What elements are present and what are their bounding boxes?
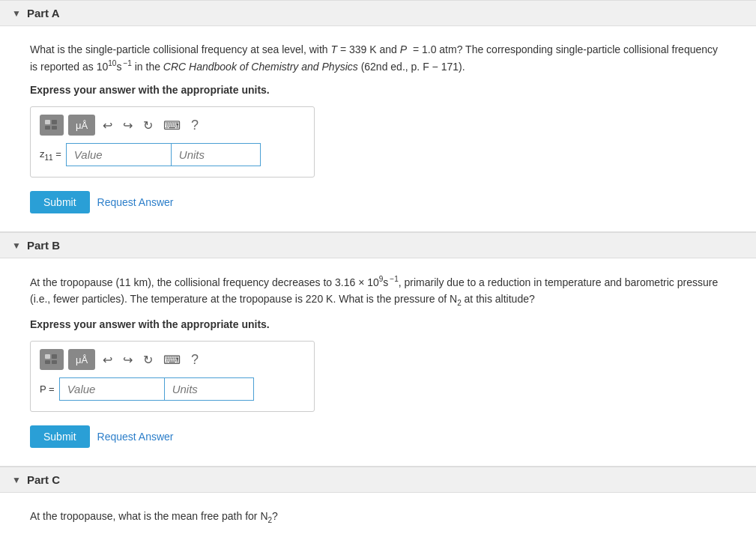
refresh-button-b[interactable]: ↻ (140, 351, 156, 368)
part-a-value-input[interactable] (66, 143, 171, 166)
help-button-b[interactable]: ? (188, 351, 202, 369)
part-b-label: Part B (27, 239, 60, 252)
undo-button-b[interactable]: ↩ (100, 351, 115, 368)
part-b-value-input[interactable] (59, 377, 164, 401)
part-c-label: Part C (27, 473, 60, 486)
part-a-var-label: z11 = (40, 148, 61, 162)
part-b-input-row: P = (40, 377, 305, 401)
part-a-express-label: Express your answer with the appropriate… (30, 84, 726, 96)
svg-rect-2 (45, 126, 50, 130)
page-container: ▼ Part A What is the single-particle col… (0, 0, 756, 534)
svg-rect-5 (52, 354, 57, 359)
grid-button-b[interactable] (40, 349, 64, 370)
mu-label-b: μÅ (76, 354, 88, 365)
part-a-label: Part A (27, 7, 60, 19)
part-a-units-input[interactable] (171, 143, 261, 166)
part-a-buttons: Submit Request Answer (30, 191, 726, 213)
part-a-toolbar: μÅ ↩ ↪ ↻ ⌨ ? (40, 115, 305, 136)
part-a-arrow: ▼ (12, 8, 21, 19)
svg-rect-7 (52, 360, 57, 364)
redo-button-a[interactable]: ↪ (120, 117, 136, 134)
part-c-section: ▼ Part C At the tropopause, what is the … (0, 467, 756, 534)
svg-rect-1 (52, 120, 57, 124)
part-b-answer-box: μÅ ↩ ↪ ↻ ⌨ ? P = (30, 341, 315, 412)
grid-button-a[interactable] (40, 115, 64, 136)
part-a-question: What is the single-particle collisional … (30, 41, 726, 75)
svg-rect-4 (45, 354, 50, 359)
part-b-arrow: ▼ (12, 240, 21, 251)
part-c-header[interactable]: ▼ Part C (0, 467, 756, 493)
part-b-header[interactable]: ▼ Part B (0, 232, 756, 258)
part-a-input-row: z11 = (40, 143, 305, 166)
part-a-section: ▼ Part A What is the single-particle col… (0, 0, 756, 232)
part-b-buttons: Submit Request Answer (30, 425, 726, 448)
part-b-question: At the tropopause (11 km), the collision… (30, 273, 726, 309)
mu-button-b[interactable]: μÅ (68, 349, 95, 370)
refresh-button-a[interactable]: ↻ (140, 117, 156, 134)
part-b-section: ▼ Part B At the tropopause (11 km), the … (0, 232, 756, 467)
part-a-request-link[interactable]: Request Answer (97, 196, 174, 208)
part-b-request-link[interactable]: Request Answer (97, 431, 174, 443)
keyboard-button-a[interactable]: ⌨ (160, 117, 184, 134)
part-a-header[interactable]: ▼ Part A (0, 0, 756, 26)
part-b-content: At the tropopause (11 km), the collision… (0, 258, 756, 466)
keyboard-button-b[interactable]: ⌨ (160, 351, 184, 368)
part-b-submit-button[interactable]: Submit (30, 425, 90, 448)
help-button-a[interactable]: ? (188, 116, 202, 135)
mu-label-a: μÅ (76, 120, 88, 131)
part-a-submit-button[interactable]: Submit (30, 191, 90, 213)
part-a-answer-box: μÅ ↩ ↪ ↻ ⌨ ? z11 = (30, 106, 315, 178)
part-b-toolbar: μÅ ↩ ↪ ↻ ⌨ ? (40, 349, 305, 370)
svg-rect-0 (45, 120, 50, 124)
part-b-var-label: P = (40, 383, 55, 395)
part-b-units-input[interactable] (164, 377, 254, 401)
redo-button-b[interactable]: ↪ (120, 351, 136, 368)
part-c-arrow: ▼ (12, 475, 21, 485)
mu-button-a[interactable]: μÅ (68, 115, 95, 136)
svg-rect-3 (52, 126, 57, 130)
part-a-content: What is the single-particle collisional … (0, 26, 756, 231)
svg-rect-6 (45, 360, 50, 364)
part-c-question: At the tropopause, what is the mean free… (30, 508, 726, 527)
part-b-express-label: Express your answer with the appropriate… (30, 318, 726, 330)
part-c-content: At the tropopause, what is the mean free… (0, 493, 756, 534)
undo-button-a[interactable]: ↩ (100, 117, 115, 134)
